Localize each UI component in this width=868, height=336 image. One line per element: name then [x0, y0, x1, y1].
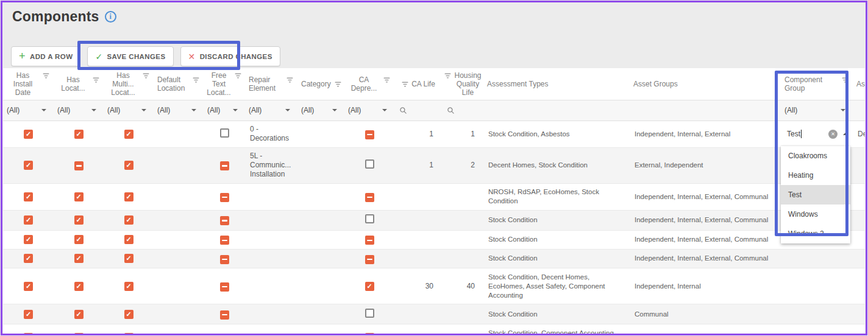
- filter-menu-icon[interactable]: [234, 72, 242, 80]
- ca_depreciation-checkbox-unchecked[interactable]: [365, 159, 374, 169]
- ca_depreciation-checkbox-checked[interactable]: [365, 282, 374, 291]
- filter-dropdown-ca_depreciation[interactable]: (All): [348, 106, 391, 114]
- column-header-ca_depreciation[interactable]: CA Depre...: [344, 68, 394, 100]
- filter-menu-icon[interactable]: [383, 76, 391, 84]
- search-icon[interactable]: [398, 107, 438, 114]
- column-header-ca_life[interactable]: CA Life: [394, 68, 442, 100]
- free_text_location-checkbox-indeterminate[interactable]: [220, 161, 229, 170]
- combobox-option[interactable]: Heating: [781, 166, 850, 185]
- filter-menu-icon[interactable]: [192, 76, 200, 84]
- filter-menu-icon[interactable]: [92, 76, 100, 84]
- has_multiple_locations-checkbox-checked[interactable]: [124, 310, 133, 319]
- table-row: 5L - Communic... Installation12Decent Ho…: [3, 147, 865, 183]
- discard-changes-button[interactable]: ✕ DISCARD CHANGES: [180, 46, 280, 66]
- column-header-has_location[interactable]: Has Locat...: [54, 68, 104, 100]
- chevron-down-icon: [332, 109, 337, 111]
- filter-menu-icon[interactable]: [142, 72, 150, 80]
- column-header-asset_groups[interactable]: Asset Groups: [630, 68, 781, 100]
- filter-dropdown-has_install_date[interactable]: (All): [7, 106, 50, 114]
- has_multiple_locations-checkbox-checked[interactable]: [124, 161, 133, 170]
- has_install_date-checkbox-checked[interactable]: [24, 235, 33, 244]
- has_install_date-checkbox-checked[interactable]: [24, 130, 33, 139]
- chevron-up-icon[interactable]: [843, 133, 848, 135]
- has_location-checkbox-checked[interactable]: [74, 254, 84, 263]
- ca_depreciation-checkbox-unchecked[interactable]: [365, 309, 374, 318]
- has_location-checkbox-checked[interactable]: [74, 333, 84, 334]
- has_multiple_locations-checkbox-checked[interactable]: [124, 192, 133, 201]
- has_install_date-checkbox-checked[interactable]: [24, 310, 33, 319]
- ca_depreciation-checkbox-indeterminate[interactable]: [365, 236, 374, 245]
- cell-housing_quality_life: [442, 249, 483, 268]
- component-group-combobox[interactable]: Test ✕: [787, 127, 848, 141]
- save-changes-button[interactable]: ✓ SAVE CHANGES: [87, 46, 173, 66]
- column-header-assessment_types[interactable]: Assessment Types: [483, 68, 630, 100]
- has_location-checkbox-checked[interactable]: [74, 192, 84, 201]
- filter-dropdown-component_group[interactable]: (All): [784, 106, 849, 114]
- column-header-has_multiple_locations[interactable]: Has Multi... Locat...: [104, 68, 154, 100]
- free_text_location-checkbox-indeterminate[interactable]: [220, 310, 229, 320]
- has_install_date-checkbox-checked[interactable]: [24, 161, 33, 170]
- has_install_date-checkbox-checked[interactable]: [24, 333, 33, 334]
- column-header-repair_element[interactable]: Repair Element: [245, 68, 297, 100]
- column-header-default_location[interactable]: Default Location: [154, 68, 204, 100]
- free_text_location-checkbox-indeterminate[interactable]: [220, 236, 229, 245]
- add-row-button[interactable]: + ADD A ROW: [11, 46, 80, 66]
- has_install_date-checkbox-checked[interactable]: [24, 254, 33, 263]
- filter-dropdown-has_location[interactable]: (All): [57, 106, 100, 114]
- has_multiple_locations-checkbox-checked[interactable]: [124, 254, 133, 263]
- filter-menu-icon[interactable]: [444, 72, 452, 80]
- has_location-checkbox-checked[interactable]: [74, 310, 84, 319]
- ca_depreciation-checkbox-indeterminate[interactable]: [365, 255, 374, 264]
- column-header-has_install_date[interactable]: Has Install Date: [3, 68, 54, 100]
- combobox-input[interactable]: Test: [787, 130, 828, 138]
- filter-menu-icon[interactable]: [401, 80, 409, 88]
- has_multiple_locations-checkbox-checked[interactable]: [124, 333, 133, 334]
- filter-dropdown-category[interactable]: (All): [301, 106, 341, 114]
- has_multiple_locations-checkbox-checked[interactable]: [124, 235, 133, 244]
- filter-menu-icon[interactable]: [286, 76, 294, 84]
- search-icon[interactable]: [446, 107, 480, 114]
- has_install_date-checkbox-checked[interactable]: [24, 282, 33, 291]
- combobox-option[interactable]: Test: [781, 185, 850, 205]
- cell-has_location: [54, 183, 104, 210]
- filter-dropdown-default_location[interactable]: (All): [157, 106, 200, 114]
- has_location-checkbox-checked[interactable]: [74, 215, 84, 225]
- clear-icon[interactable]: ✕: [828, 130, 838, 139]
- column-header-clipped_col[interactable]: As: [853, 68, 865, 100]
- combobox-option[interactable]: Cloakrooms: [781, 146, 850, 166]
- free_text_location-checkbox-indeterminate[interactable]: [220, 216, 229, 225]
- has_multiple_locations-checkbox-checked[interactable]: [124, 282, 133, 291]
- has_multiple_locations-checkbox-checked[interactable]: [124, 130, 133, 139]
- has_location-checkbox-checked[interactable]: [74, 130, 84, 139]
- has_install_date-checkbox-checked[interactable]: [24, 215, 33, 225]
- column-header-free_text_location[interactable]: Free Text Locat...: [204, 68, 245, 100]
- chevron-down-icon: [382, 109, 387, 111]
- ca_depreciation-checkbox-checked[interactable]: [365, 333, 374, 334]
- combobox-option[interactable]: Windows: [781, 205, 850, 224]
- column-header-category[interactable]: Category: [297, 68, 344, 100]
- ca_depreciation-checkbox-indeterminate[interactable]: [365, 193, 374, 202]
- ca_depreciation-checkbox-unchecked[interactable]: [365, 214, 374, 223]
- has_location-checkbox-indeterminate[interactable]: [74, 161, 84, 170]
- column-header-housing_quality_life[interactable]: Housing Quality Life: [442, 68, 483, 100]
- has_location-checkbox-checked[interactable]: [74, 282, 84, 291]
- free_text_location-checkbox-indeterminate[interactable]: [220, 334, 229, 334]
- filter-menu-icon[interactable]: [841, 76, 849, 84]
- filter-dropdown-repair_element[interactable]: (All): [249, 106, 294, 114]
- filter-menu-icon[interactable]: [42, 72, 50, 80]
- filter-menu-icon[interactable]: [334, 80, 342, 88]
- filter-dropdown-has_multiple_locations[interactable]: (All): [107, 106, 150, 114]
- free_text_location-checkbox-indeterminate[interactable]: [220, 193, 229, 202]
- info-icon[interactable]: i: [105, 11, 116, 23]
- has_install_date-checkbox-checked[interactable]: [24, 192, 33, 201]
- has_multiple_locations-checkbox-checked[interactable]: [124, 215, 133, 225]
- ca_depreciation-checkbox-indeterminate[interactable]: [365, 130, 374, 139]
- column-header-component_group[interactable]: Component Group: [781, 68, 853, 100]
- free_text_location-checkbox-indeterminate[interactable]: [220, 282, 229, 292]
- cell-asset_groups: Independent, Internal, External, Communa…: [630, 230, 781, 249]
- has_location-checkbox-checked[interactable]: [74, 235, 84, 244]
- filter-dropdown-free_text_location[interactable]: (All): [207, 106, 241, 114]
- combobox-option[interactable]: Windows 2: [781, 224, 850, 243]
- free_text_location-checkbox-unchecked[interactable]: [220, 128, 229, 138]
- free_text_location-checkbox-indeterminate[interactable]: [220, 255, 229, 264]
